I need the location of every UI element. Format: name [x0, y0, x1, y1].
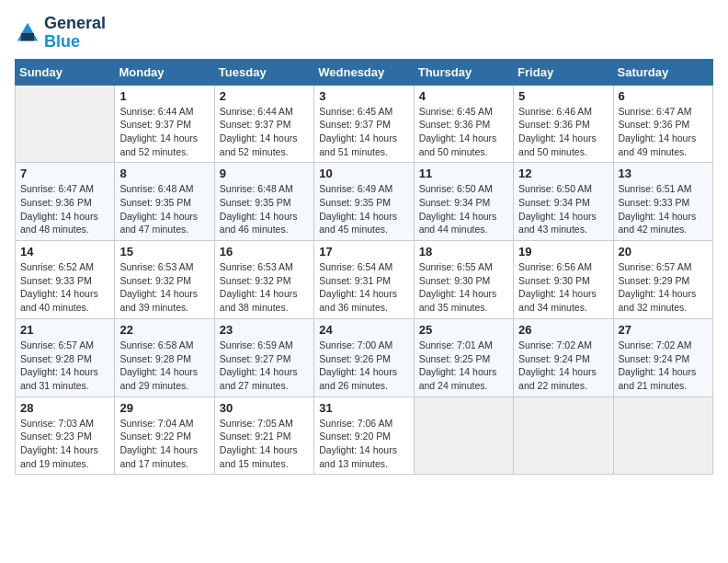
calendar-day-cell: 25Sunrise: 7:01 AMSunset: 9:25 PMDayligh… [414, 318, 513, 396]
day-number: 24 [319, 323, 408, 337]
calendar-day-cell: 6Sunrise: 6:47 AMSunset: 9:36 PMDaylight… [613, 85, 712, 163]
calendar-day-cell: 16Sunrise: 6:53 AMSunset: 9:32 PMDayligh… [214, 241, 313, 319]
day-number: 2 [220, 89, 309, 103]
day-info: Sunrise: 6:49 AMSunset: 9:35 PMDaylight:… [319, 182, 408, 236]
calendar-day-cell: 26Sunrise: 7:02 AMSunset: 9:24 PMDayligh… [514, 318, 613, 396]
day-info: Sunrise: 6:50 AMSunset: 9:34 PMDaylight:… [419, 182, 508, 236]
day-info: Sunrise: 6:58 AMSunset: 9:28 PMDaylight:… [119, 339, 209, 393]
day-number: 20 [619, 245, 708, 259]
day-info: Sunrise: 6:56 AMSunset: 9:30 PMDaylight:… [518, 260, 608, 315]
day-info: Sunrise: 6:45 AMSunset: 9:37 PMDaylight:… [319, 105, 408, 159]
day-info: Sunrise: 7:05 AMSunset: 9:21 PMDaylight:… [220, 417, 309, 471]
day-number: 19 [518, 245, 608, 259]
day-number: 1 [119, 89, 209, 103]
day-number: 29 [119, 401, 209, 415]
calendar-week-row: 1Sunrise: 6:44 AMSunset: 9:37 PMDaylight… [16, 85, 713, 163]
day-number: 21 [20, 323, 109, 337]
calendar-day-cell: 9Sunrise: 6:48 AMSunset: 9:35 PMDaylight… [214, 163, 313, 241]
calendar-table: SundayMondayTuesdayWednesdayThursdayFrid… [15, 59, 713, 476]
day-info: Sunrise: 6:52 AMSunset: 9:33 PMDaylight:… [20, 260, 109, 315]
day-number: 4 [419, 89, 508, 103]
svg-rect-1 [21, 33, 34, 40]
calendar-day-cell: 21Sunrise: 6:57 AMSunset: 9:28 PMDayligh… [16, 318, 115, 396]
calendar-day-cell: 19Sunrise: 6:56 AMSunset: 9:30 PMDayligh… [514, 241, 613, 319]
day-info: Sunrise: 6:50 AMSunset: 9:34 PMDaylight:… [518, 182, 608, 236]
calendar-week-row: 28Sunrise: 7:03 AMSunset: 9:23 PMDayligh… [16, 396, 713, 475]
calendar-week-row: 7Sunrise: 6:47 AMSunset: 9:36 PMDaylight… [16, 163, 713, 241]
calendar-day-cell [16, 85, 115, 163]
calendar-day-cell: 22Sunrise: 6:58 AMSunset: 9:28 PMDayligh… [115, 318, 214, 396]
day-info: Sunrise: 6:51 AMSunset: 9:33 PMDaylight:… [619, 182, 708, 236]
day-number: 25 [419, 323, 508, 337]
day-number: 6 [619, 89, 708, 103]
day-info: Sunrise: 7:06 AMSunset: 9:20 PMDaylight:… [319, 417, 408, 471]
day-info: Sunrise: 6:44 AMSunset: 9:37 PMDaylight:… [119, 105, 209, 159]
day-info: Sunrise: 6:48 AMSunset: 9:35 PMDaylight:… [119, 182, 209, 236]
calendar-day-cell: 4Sunrise: 6:45 AMSunset: 9:36 PMDaylight… [414, 85, 513, 163]
calendar-day-cell: 3Sunrise: 6:45 AMSunset: 9:37 PMDaylight… [314, 85, 414, 163]
day-number: 9 [220, 167, 309, 180]
day-number: 28 [20, 401, 109, 415]
day-info: Sunrise: 6:57 AMSunset: 9:28 PMDaylight:… [20, 339, 109, 393]
calendar-day-cell: 28Sunrise: 7:03 AMSunset: 9:23 PMDayligh… [16, 396, 115, 475]
day-info: Sunrise: 6:44 AMSunset: 9:37 PMDaylight:… [220, 105, 309, 159]
calendar-day-cell: 5Sunrise: 6:46 AMSunset: 9:36 PMDaylight… [514, 85, 613, 163]
day-info: Sunrise: 7:04 AMSunset: 9:22 PMDaylight:… [119, 417, 209, 471]
day-info: Sunrise: 6:46 AMSunset: 9:36 PMDaylight:… [518, 105, 608, 159]
day-info: Sunrise: 6:55 AMSunset: 9:30 PMDaylight:… [419, 260, 508, 315]
logo-text: General Blue [44, 15, 106, 52]
day-number: 30 [220, 401, 309, 415]
day-info: Sunrise: 6:53 AMSunset: 9:32 PMDaylight:… [220, 260, 309, 315]
day-number: 26 [518, 323, 608, 337]
weekday-header: Sunday [16, 59, 115, 85]
day-number: 5 [518, 89, 608, 103]
day-info: Sunrise: 7:03 AMSunset: 9:23 PMDaylight:… [20, 417, 109, 471]
calendar-day-cell: 30Sunrise: 7:05 AMSunset: 9:21 PMDayligh… [214, 396, 313, 475]
calendar-day-cell: 20Sunrise: 6:57 AMSunset: 9:29 PMDayligh… [613, 241, 712, 319]
calendar-day-cell: 12Sunrise: 6:50 AMSunset: 9:34 PMDayligh… [514, 163, 613, 241]
day-number: 15 [119, 245, 209, 259]
day-info: Sunrise: 6:54 AMSunset: 9:31 PMDaylight:… [319, 260, 408, 315]
day-number: 13 [619, 167, 708, 180]
day-number: 8 [119, 167, 209, 180]
calendar-day-cell: 10Sunrise: 6:49 AMSunset: 9:35 PMDayligh… [314, 163, 414, 241]
day-number: 11 [419, 167, 508, 180]
day-number: 22 [119, 323, 209, 337]
day-number: 7 [20, 167, 109, 180]
day-number: 18 [419, 245, 508, 259]
weekday-header: Wednesday [314, 59, 414, 85]
day-number: 23 [220, 323, 309, 337]
page-container: General Blue SundayMondayTuesdayWednesda… [15, 15, 713, 475]
weekday-header: Thursday [414, 59, 513, 85]
day-number: 3 [319, 89, 408, 103]
calendar-day-cell: 29Sunrise: 7:04 AMSunset: 9:22 PMDayligh… [115, 396, 214, 475]
day-info: Sunrise: 6:47 AMSunset: 9:36 PMDaylight:… [619, 105, 708, 159]
calendar-day-cell: 23Sunrise: 6:59 AMSunset: 9:27 PMDayligh… [214, 318, 313, 396]
calendar-week-row: 21Sunrise: 6:57 AMSunset: 9:28 PMDayligh… [16, 318, 713, 396]
calendar-day-cell: 2Sunrise: 6:44 AMSunset: 9:37 PMDaylight… [214, 85, 313, 163]
logo-icon [15, 20, 40, 46]
day-info: Sunrise: 6:47 AMSunset: 9:36 PMDaylight:… [20, 182, 109, 236]
calendar-day-cell: 17Sunrise: 6:54 AMSunset: 9:31 PMDayligh… [314, 241, 414, 319]
calendar-day-cell: 27Sunrise: 7:02 AMSunset: 9:24 PMDayligh… [613, 318, 712, 396]
day-info: Sunrise: 6:45 AMSunset: 9:36 PMDaylight:… [419, 105, 508, 159]
day-number: 16 [220, 245, 309, 259]
calendar-day-cell: 15Sunrise: 6:53 AMSunset: 9:32 PMDayligh… [115, 241, 214, 319]
day-info: Sunrise: 7:01 AMSunset: 9:25 PMDaylight:… [419, 339, 508, 393]
calendar-day-cell: 13Sunrise: 6:51 AMSunset: 9:33 PMDayligh… [613, 163, 712, 241]
calendar-day-cell: 7Sunrise: 6:47 AMSunset: 9:36 PMDaylight… [16, 163, 115, 241]
day-number: 27 [619, 323, 708, 337]
calendar-day-cell: 31Sunrise: 7:06 AMSunset: 9:20 PMDayligh… [314, 396, 414, 475]
weekday-header-row: SundayMondayTuesdayWednesdayThursdayFrid… [16, 59, 713, 85]
weekday-header: Friday [514, 59, 613, 85]
calendar-day-cell: 18Sunrise: 6:55 AMSunset: 9:30 PMDayligh… [414, 241, 513, 319]
header: General Blue [15, 15, 713, 52]
calendar-week-row: 14Sunrise: 6:52 AMSunset: 9:33 PMDayligh… [16, 241, 713, 319]
calendar-day-cell: 24Sunrise: 7:00 AMSunset: 9:26 PMDayligh… [314, 318, 414, 396]
day-info: Sunrise: 6:59 AMSunset: 9:27 PMDaylight:… [220, 339, 309, 393]
calendar-day-cell [414, 396, 513, 475]
day-info: Sunrise: 6:48 AMSunset: 9:35 PMDaylight:… [220, 182, 309, 236]
day-number: 31 [319, 401, 408, 415]
calendar-day-cell [514, 396, 613, 475]
weekday-header: Monday [115, 59, 214, 85]
